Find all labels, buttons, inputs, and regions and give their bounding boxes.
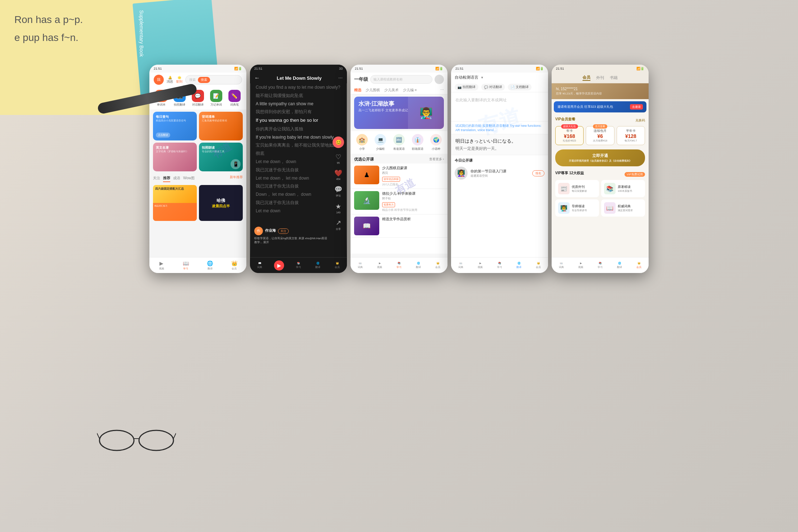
p2-nav-vip[interactable]: 👑会员 <box>328 258 347 273</box>
p3-nav-video[interactable]: ▶视频 <box>370 258 389 273</box>
p3-course-banner[interactable]: 水浒·江湖故事 高一二飞老师联手 文笔素养养成记 👨‍🏫 <box>354 97 444 129</box>
tab-idiom[interactable]: 成语 <box>173 175 180 182</box>
p5-nav-video[interactable]: ▶视频 <box>571 258 590 273</box>
tab-follow[interactable]: 关注 <box>153 175 160 182</box>
tab-wow[interactable]: Wow图 <box>183 175 195 182</box>
plan-monthly[interactable]: 首月套餐 连续包月 ¥6 次月续费¥18 <box>586 126 614 145</box>
p1-status-bar: 21:51 📶🔋 <box>149 65 246 73</box>
p3-user-avatar[interactable] <box>435 75 444 84</box>
phone-vip: 21:51 📶🔋 会员 外刊 书籍 hi, 152*****21 您享 ¥0.2… <box>552 65 649 273</box>
p2-action-heart[interactable]: ❤️ 454 <box>334 169 342 180</box>
p1-avatar[interactable]: 我 <box>154 75 164 85</box>
p2-nav-dict[interactable]: 📖词典 <box>250 258 269 273</box>
p1-sign[interactable]: 🌟签到 <box>176 76 182 84</box>
p4-nav-vip[interactable]: 👑会员 <box>529 258 548 273</box>
p1-search-button[interactable]: 搜索 <box>198 77 210 83</box>
p4-dialog-translate[interactable]: 💬对话翻译 <box>481 84 505 91</box>
card-daily-sentence[interactable]: 每日查句 精选高分小克双重语音信号 点击翻读 <box>153 112 197 140</box>
p2-action-like[interactable]: ♡ 95 <box>335 153 341 164</box>
p5-tab-books[interactable]: 书籍 <box>610 75 618 80</box>
p5-time: 21:51 <box>556 67 564 70</box>
p4-signup-btn[interactable]: 报名 <box>532 170 544 176</box>
p3-section-header: 优选公开课 查看更多 › <box>351 154 447 163</box>
benefit-tutor[interactable]: 👨‍🏫 导师领读 专业导师讲书 <box>555 199 599 217</box>
cat-primary[interactable]: 🏫 小学 <box>354 134 370 151</box>
p2-nav-translate[interactable]: 🌐翻译 <box>308 258 328 273</box>
p2-follow-btn[interactable]: 关注 <box>278 228 289 234</box>
p5-plans-section: VIP会员套餐 兑换码 超级大礼包 年卡 ¥168 礼包价¥923 首月套餐 连… <box>552 115 649 147</box>
p1-nav-learn[interactable]: 📖 学习 <box>174 258 198 273</box>
p3-ftab-art[interactable]: 少儿美术 <box>384 88 399 93</box>
lyric-3: A little sympathy can show me <box>256 100 341 108</box>
p4-nav-learn[interactable]: 📚学习 <box>490 258 509 273</box>
p1-msg[interactable]: 🔔消息 <box>167 76 173 84</box>
card-photo-read[interactable]: 拍照朗读 专业的照片翻读工具 📱 <box>199 143 243 171</box>
p4-photo-translate[interactable]: 📷拍照翻译 <box>455 84 478 91</box>
cat-minor-lang[interactable]: 🌍 小语种 <box>428 134 444 151</box>
p4-nav-dict[interactable]: 📖词典 <box>451 258 470 273</box>
p3-nav-learn[interactable]: 📚学习 <box>389 258 409 273</box>
course-literature[interactable]: 📖 精选文学作品赏析 <box>351 214 447 238</box>
cat-english[interactable]: 🔤 有道英语 <box>391 134 407 151</box>
p4-lang-chevron: ▼ <box>481 76 484 79</box>
p3-filter-more[interactable]: ⋯ <box>440 88 444 93</box>
p5-nav-dict[interactable]: 📖词典 <box>552 258 571 273</box>
p2-action-comment[interactable]: 💬 评论 <box>334 185 342 198</box>
card-vocab-list[interactable]: 背词清单 汇集高频考研必背单词 <box>199 112 243 140</box>
p2-user-avatar[interactable]: 😊 <box>333 137 344 148</box>
p2-song-title: Let Me Down Slowly <box>260 75 338 81</box>
p4-nav-translate[interactable]: 🌐翻译 <box>509 258 529 273</box>
p5-tab-vip[interactable]: 会员 <box>583 75 590 81</box>
p1-nav-vip[interactable]: 👑 会员 <box>222 258 247 273</box>
p5-promo-banner[interactable]: 邀请有道用月会员 狂享323 超级大礼包 去邀请 <box>554 101 646 112</box>
p3-ftab-chess[interactable]: 少儿围棋 <box>366 88 380 93</box>
p5-vip-trial[interactable]: VIP免费试用 <box>625 172 645 177</box>
p4-doc-translate[interactable]: 📄文档翻译 <box>508 84 532 91</box>
p5-nav-vip[interactable]: 👑会员 <box>629 258 649 273</box>
p3-see-more[interactable]: 查看更多 › <box>429 157 444 162</box>
p4-action-buttons: 📷拍照翻译 💬对话翻译 📄文档翻译 <box>451 82 548 92</box>
icon-word-memo[interactable]: 📝 万记单词 <box>208 90 224 107</box>
p1-nav-translate[interactable]: 🌐 翻译 <box>198 258 222 273</box>
p1-nav-video[interactable]: ▶ 视频 <box>149 258 174 273</box>
icon-photo-trans[interactable]: 📷 拍照翻译 <box>171 90 188 107</box>
p4-lang-label[interactable]: 自动检测语言 <box>455 75 478 80</box>
p5-tab-magazine[interactable]: 外刊 <box>596 75 604 80</box>
course-science[interactable]: 🔬 德拉少儿·科学体验课 郭子钰 笔墨有力 精品小班 科学首节学以致用 <box>351 189 447 214</box>
p5-open-vip-button[interactable]: 立即开通 开通后即视同接受《会员服务协议》及《自动续费规则》 <box>555 149 645 166</box>
icon-dict-pen[interactable]: ✏️ 词典笔 <box>226 90 243 107</box>
p2-nav-video[interactable]: ▶ <box>269 258 289 273</box>
icon-dialog-trans[interactable]: 💬 对话翻译 <box>190 90 207 107</box>
p3-nav-vip[interactable]: 👑会员 <box>428 258 447 273</box>
p3-ftab-selected[interactable]: 精选 <box>354 88 361 93</box>
plan-halfyear[interactable]: 半年卡 ¥128 每天约¥0.7 <box>617 126 645 145</box>
benefit-original[interactable]: 📚 原著精读 100本原版书 <box>601 180 645 197</box>
p3-ftab-more[interactable]: 少儿编 ≡ <box>403 88 417 93</box>
benefit-dictionary[interactable]: 📖 权威词典 满足查词需求 <box>601 199 645 217</box>
p1-search-bar[interactable]: 搜索 搜索 <box>185 75 242 84</box>
course-chess[interactable]: ♟ 少儿围棋启蒙课 西贝 游学优品班级 207人已报名 <box>351 163 447 189</box>
p2-action-share[interactable]: ↗ 分享 <box>336 219 341 231</box>
p2-nav-learn[interactable]: 📚学习 <box>289 258 308 273</box>
p3-nav-dict[interactable]: 📖词典 <box>351 258 370 273</box>
p3-nav-translate[interactable]: 🌐翻译 <box>409 258 428 273</box>
p5-plans-title: VIP会员套餐 <box>555 117 575 122</box>
cat-coding[interactable]: 💻 少编程 <box>373 134 389 151</box>
tab-recommend[interactable]: 推荐 <box>163 175 170 182</box>
plan-year[interactable]: 超级大礼包 年卡 ¥168 礼包价¥923 <box>555 126 584 145</box>
p4-pcs-item-1[interactable]: 👩‍🏫 你的第一节日语入门课 道通英语空间 报名 <box>455 165 544 181</box>
p4-nav-video[interactable]: ▶视频 <box>470 258 490 273</box>
p5-promo-badge[interactable]: 去邀请 <box>630 104 643 110</box>
p4-translate-input[interactable]: 在此输入要翻译的文本或网址 <box>451 92 548 121</box>
p2-action-star[interactable]: ★ 149 <box>335 203 341 214</box>
p5-exchange-code[interactable]: 兑换码 <box>635 118 645 123</box>
card-literature[interactable]: 英文名著 文字经典《罗密欧与朱丽叶》 <box>153 143 197 171</box>
icon-wordbook[interactable]: A 单词本 <box>153 90 170 107</box>
benefit-magazine[interactable]: 📰 优质外刊 每日深度解读 <box>555 180 599 197</box>
content-card-1[interactable]: 四六级固定搭配大汇总 精品词汇练习 <box>153 185 197 221</box>
p5-nav-translate[interactable]: 🌐翻译 <box>610 258 629 273</box>
p3-search[interactable]: 输入课程或教师名称 <box>370 75 432 84</box>
p5-nav-learn[interactable]: 📚学习 <box>590 258 610 273</box>
content-card-2[interactable]: 哈佛 凌晨四点半 <box>199 185 243 221</box>
cat-workplace[interactable]: 👔 职场英语 <box>410 134 426 151</box>
